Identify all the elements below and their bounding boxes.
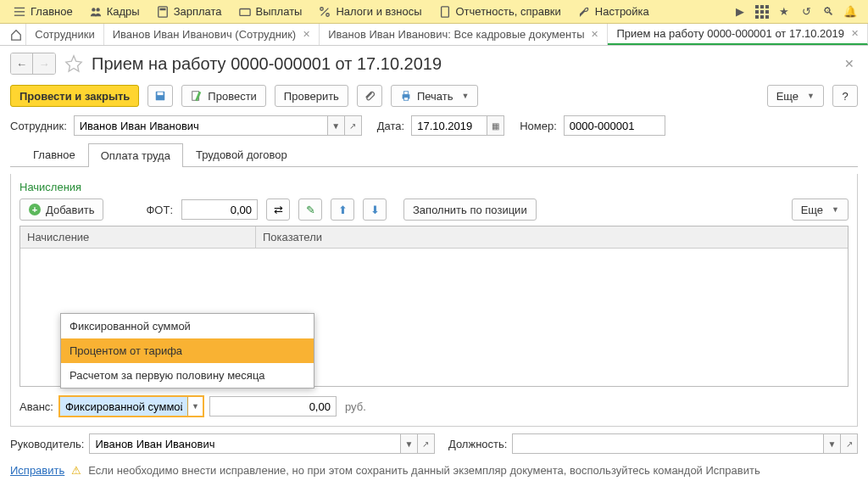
avans-amount-input[interactable] (209, 396, 337, 417)
move-down-button[interactable]: ⬇ (363, 198, 387, 221)
tab-hr-documents[interactable]: Иванов Иван Иванович: Все кадровые докум… (320, 24, 608, 45)
manager-input[interactable] (89, 433, 401, 454)
svg-rect-7 (239, 8, 249, 15)
svg-point-4 (96, 8, 99, 11)
post-icon (191, 90, 203, 102)
svg-point-3 (92, 8, 95, 11)
accruals-toolbar: + Добавить ФОТ: ⇄ ✎ ⬆ ⬇ Заполнить по поз… (19, 198, 849, 221)
post-and-close-button[interactable]: Провести и закрыть (10, 85, 139, 107)
history-icon[interactable]: ↺ (798, 4, 814, 20)
close-icon[interactable]: ✕ (591, 29, 598, 40)
refresh-button[interactable]: ⇄ (266, 198, 290, 221)
menu-taxes-label: Налоги и взносы (336, 5, 421, 18)
svg-rect-16 (403, 92, 408, 95)
document-toolbar: Провести и закрыть Провести Проверить Пе… (0, 81, 868, 115)
svg-line-10 (321, 8, 329, 15)
menu-settings[interactable]: Настройка (570, 0, 658, 23)
fix-link[interactable]: Исправить (10, 464, 64, 477)
avans-select[interactable]: ▼ (58, 395, 204, 417)
accruals-section-label: Начисления (19, 181, 849, 193)
attach-button[interactable] (357, 85, 382, 107)
edit-button[interactable]: ✎ (298, 198, 322, 221)
nav-forward-button[interactable]: → (33, 53, 55, 74)
apps-grid-icon[interactable] (754, 4, 770, 20)
chevron-down-icon[interactable]: ▼ (187, 397, 203, 416)
close-icon[interactable]: ✕ (851, 28, 859, 39)
print-button[interactable]: Печать ▼ (391, 85, 479, 107)
wrench-icon (578, 6, 590, 18)
inner-tab-salary[interactable]: Оплата труда (88, 143, 183, 167)
chevron-right-icon[interactable]: ▶ (732, 4, 748, 20)
number-input[interactable] (564, 115, 665, 136)
check-button[interactable]: Проверить (275, 85, 348, 107)
open-ref-icon[interactable]: ↗ (841, 433, 858, 454)
tab-employee-card[interactable]: Иванов Иван Иванович (Сотрудник) ✕ (104, 24, 320, 45)
close-icon[interactable]: ✕ (303, 29, 310, 40)
home-icon (10, 29, 22, 41)
star-icon[interactable]: ★ (776, 4, 792, 20)
menu-payments[interactable]: Выплаты (231, 0, 311, 23)
avans-unit: руб. (345, 400, 366, 413)
menu-taxes[interactable]: Налоги и взносы (310, 0, 430, 23)
footer-warning: Исправить ⚠ Если необходимо внести испра… (0, 461, 868, 485)
avans-select-input[interactable] (60, 397, 187, 416)
page-title: Прием на работу 0000-000001 от 17.10.201… (92, 54, 832, 74)
calendar-icon[interactable]: ▦ (487, 115, 504, 136)
avans-option-fixed[interactable]: Фиксированной суммой (61, 314, 314, 338)
tab-label: Сотрудники (35, 28, 94, 41)
fill-by-position-button[interactable]: Заполнить по позиции (403, 198, 537, 221)
menu-personnel[interactable]: Кадры (81, 0, 148, 23)
avans-dropdown-popup: Фиксированной суммой Процентом от тарифа… (60, 313, 314, 389)
position-input[interactable] (512, 433, 824, 454)
tab-hiring[interactable]: Прием на работу 0000-000001 от 17.10.201… (608, 24, 868, 45)
tab-employees[interactable]: Сотрудники (26, 24, 103, 45)
chevron-down-icon[interactable]: ▼ (328, 115, 345, 136)
printer-icon (400, 90, 412, 102)
chevron-down-icon[interactable]: ▼ (401, 433, 418, 454)
employee-input[interactable] (74, 115, 328, 136)
home-tab[interactable] (7, 24, 26, 45)
search-icon[interactable]: 🔍︎ (821, 4, 836, 20)
employee-label: Сотрудник: (10, 120, 67, 132)
fot-input[interactable] (181, 199, 258, 220)
move-up-button[interactable]: ⬆ (331, 198, 354, 221)
chevron-down-icon: ▼ (807, 92, 815, 100)
save-icon (154, 90, 166, 102)
post-label: Провести (208, 90, 257, 103)
menu-salary[interactable]: Зарплата (148, 0, 231, 23)
menu-main[interactable]: Главное (5, 0, 81, 23)
svg-rect-13 (158, 92, 164, 96)
svg-point-8 (320, 7, 324, 10)
date-input[interactable] (411, 115, 487, 136)
date-label: Дата: (377, 120, 404, 132)
svg-rect-2 (14, 14, 25, 15)
post-button[interactable]: Провести (181, 85, 266, 107)
accruals-more-button[interactable]: Еще ▼ (792, 198, 849, 221)
menu-right-tools: ▶ ★ ↺ 🔍︎ 🔔 (732, 4, 863, 20)
add-button[interactable]: + Добавить (19, 198, 103, 221)
save-button[interactable] (147, 85, 173, 107)
wallet-icon (239, 6, 251, 18)
tab-label: Прием на работу 0000-000001 от 17.10.201… (616, 27, 844, 40)
col-accrual: Начисление (20, 226, 256, 248)
tab-label: Иванов Иван Иванович (Сотрудник) (113, 28, 297, 41)
chevron-down-icon: ▼ (832, 205, 839, 214)
document-tabs: Сотрудники Иванов Иван Иванович (Сотрудн… (0, 24, 868, 46)
more-label: Еще (801, 204, 823, 216)
menu-reports[interactable]: Отчетность, справки (431, 0, 570, 23)
chevron-down-icon[interactable]: ▼ (824, 433, 841, 454)
avans-option-calc[interactable]: Расчетом за первую половину месяца (61, 363, 314, 388)
svg-rect-17 (403, 98, 408, 101)
help-button[interactable]: ? (832, 85, 858, 107)
chevron-down-icon: ▼ (461, 92, 469, 100)
nav-back-button[interactable]: ← (11, 53, 33, 74)
bell-icon[interactable]: 🔔 (843, 4, 858, 20)
favorite-star-icon[interactable] (64, 54, 83, 73)
open-ref-icon[interactable]: ↗ (345, 115, 362, 136)
close-page-button[interactable]: ✕ (841, 53, 858, 74)
inner-tab-contract[interactable]: Трудовой договор (183, 143, 300, 166)
avans-option-percent[interactable]: Процентом от тарифа (61, 338, 314, 363)
more-button[interactable]: Еще ▼ (767, 85, 824, 107)
inner-tab-main[interactable]: Главное (20, 143, 88, 166)
open-ref-icon[interactable]: ↗ (418, 433, 435, 454)
